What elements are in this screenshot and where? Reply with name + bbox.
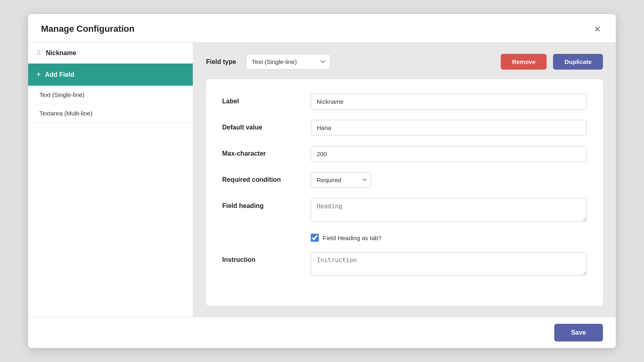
modal-title: Manage Configuration bbox=[41, 24, 134, 34]
nickname-label: Nickname bbox=[46, 49, 76, 57]
drag-icon: ⠿ bbox=[36, 49, 41, 57]
instruction-row: Instruction bbox=[222, 252, 587, 277]
sidebar-item-text-single[interactable]: Text (Single-line) bbox=[28, 86, 193, 104]
instruction-input[interactable] bbox=[311, 252, 587, 276]
default-value-input[interactable] bbox=[311, 120, 587, 136]
field-heading-label: Field heading bbox=[222, 198, 311, 210]
modal-header: Manage Configuration × bbox=[28, 14, 616, 43]
form-card: Label Default value Max-character bbox=[206, 79, 603, 306]
field-heading-as-tab-checkbox[interactable] bbox=[311, 234, 319, 242]
field-heading-container bbox=[311, 198, 587, 223]
field-heading-as-tab-row: Field Heading as tab? bbox=[222, 234, 587, 242]
field-type-select[interactable]: Text (Single-line) Textarea (Multi-line)… bbox=[246, 54, 330, 70]
plus-icon: + bbox=[36, 70, 41, 79]
sidebar-item-nickname[interactable]: ⠿ Nickname bbox=[28, 43, 193, 64]
max-char-label: Max-character bbox=[222, 146, 311, 157]
duplicate-button[interactable]: Duplicate bbox=[553, 54, 603, 70]
field-heading-input[interactable] bbox=[311, 198, 587, 222]
modal-footer: Save bbox=[28, 317, 616, 348]
default-value-container bbox=[311, 120, 587, 136]
field-type-row: Field type Text (Single-line) Textarea (… bbox=[206, 54, 603, 70]
main-content: Field type Text (Single-line) Textarea (… bbox=[193, 43, 616, 317]
modal-body: ⠿ Nickname + Add Field Text (Single-l bbox=[28, 43, 616, 317]
sidebar: ⠿ Nickname + Add Field Text (Single-l bbox=[28, 43, 193, 317]
default-value-label: Default value bbox=[222, 120, 311, 131]
label-row: Label bbox=[222, 94, 587, 109]
add-field-label: Add Field bbox=[45, 71, 74, 78]
remove-button[interactable]: Remove bbox=[501, 54, 547, 70]
max-char-row: Max-character bbox=[222, 146, 587, 162]
sidebar-item-textarea-multi[interactable]: Textarea (Multi-line) bbox=[28, 104, 193, 123]
save-button[interactable]: Save bbox=[554, 324, 603, 341]
required-condition-row: Required condition Required Optional Non… bbox=[222, 172, 587, 188]
required-condition-select[interactable]: Required Optional None bbox=[311, 172, 371, 188]
instruction-container bbox=[311, 252, 587, 277]
field-type-label: Field type bbox=[206, 58, 236, 66]
label-field-container bbox=[311, 94, 587, 109]
max-char-container bbox=[311, 146, 587, 162]
required-condition-container: Required Optional None bbox=[311, 172, 587, 188]
max-char-input[interactable] bbox=[311, 146, 587, 162]
label-input[interactable] bbox=[311, 94, 587, 109]
label-field-label: Label bbox=[222, 94, 311, 105]
instruction-label: Instruction bbox=[222, 252, 311, 263]
add-field-button[interactable]: + Add Field bbox=[28, 64, 193, 86]
field-heading-row: Field heading bbox=[222, 198, 587, 223]
close-button[interactable]: × bbox=[592, 23, 603, 35]
default-value-row: Default value bbox=[222, 120, 587, 136]
field-heading-as-tab-label: Field Heading as tab? bbox=[323, 234, 382, 241]
required-condition-label: Required condition bbox=[222, 172, 311, 183]
manage-configuration-modal: Manage Configuration × ⠿ Nickname bbox=[28, 14, 616, 348]
